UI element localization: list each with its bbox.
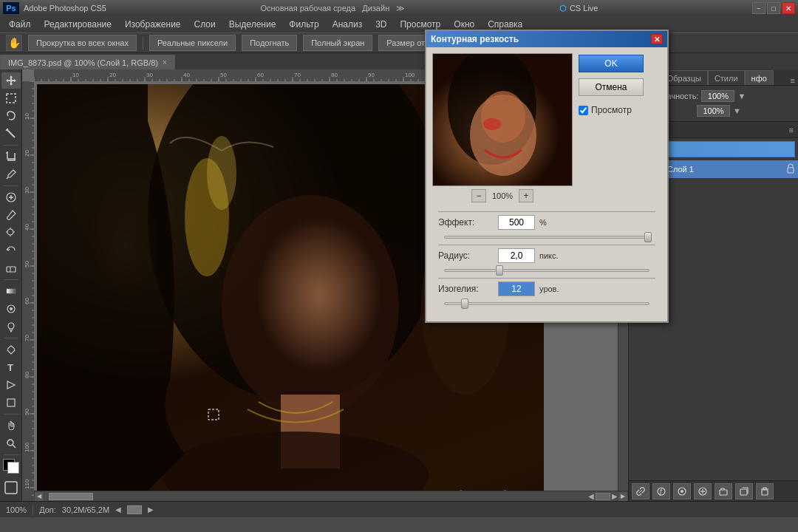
scroll-right-btn[interactable]: ▶ <box>618 491 628 502</box>
close-button[interactable]: ✕ <box>782 2 795 14</box>
separator1 <box>438 211 655 212</box>
cs-live[interactable]: ⬡ CS Live <box>559 4 598 13</box>
fit-btn[interactable]: Подогнать <box>242 35 297 51</box>
zoom-out-btn[interactable]: − <box>471 189 486 202</box>
layers-menu-btn[interactable]: ≡ <box>789 126 794 134</box>
group-layers-btn[interactable] <box>715 483 732 499</box>
cancel-button[interactable]: Отмена <box>579 78 644 96</box>
threshold-row: Изогелия: 12 уров. <box>438 282 655 296</box>
info-tab[interactable]: нфо <box>745 70 774 85</box>
menu-select[interactable]: Выделение <box>223 18 282 31</box>
add-mask-btn[interactable] <box>673 483 691 499</box>
svg-rect-24 <box>5 482 17 494</box>
dialog-preview[interactable] <box>432 53 573 186</box>
hand-tool[interactable] <box>1 417 21 434</box>
fill-value[interactable]: 100% <box>697 105 730 117</box>
actual-pixels-btn[interactable]: Реальные пиксели <box>149 35 236 51</box>
adjustment-layer-btn[interactable] <box>694 483 712 499</box>
panel-collapse-btn[interactable]: ≡ <box>791 76 795 85</box>
pen-tool[interactable] <box>1 341 21 358</box>
effect-slider-thumb[interactable] <box>644 232 652 242</box>
styles-tab[interactable]: Стили <box>708 70 745 85</box>
history-brush-tool[interactable] <box>1 242 21 259</box>
eyedropper-tool[interactable] <box>1 166 21 183</box>
opacity-dropdown-icon[interactable]: ▼ <box>737 92 792 100</box>
status-sep-1 <box>33 505 33 515</box>
dodge-tool[interactable] <box>1 318 21 335</box>
radius-slider-thumb[interactable] <box>496 265 503 276</box>
new-layer-btn[interactable] <box>735 483 753 499</box>
svg-rect-49 <box>762 490 768 495</box>
magic-wand-tool[interactable] <box>1 126 21 142</box>
link-layers-btn[interactable] <box>632 483 649 499</box>
tab-item[interactable]: IMG_8873.psd @ 100% (Слой 1, RGB/8) × <box>0 55 175 69</box>
add-style-btn[interactable]: ƒ <box>652 483 670 499</box>
crop-tool[interactable] <box>1 149 21 165</box>
brush-tool[interactable] <box>1 207 21 223</box>
scroll-nav-right-btn[interactable]: ▶ <box>612 492 618 500</box>
preview-checkbox-row[interactable]: Просмотр <box>579 105 644 115</box>
svg-line-5 <box>7 177 8 179</box>
dialog-close-button[interactable]: ✕ <box>651 34 663 44</box>
horizontal-scrollbar[interactable]: ◀ ◀ ▶ ▶ <box>34 491 628 501</box>
tool-icon[interactable]: ✋ <box>6 35 22 51</box>
radius-value[interactable]: 2,0 <box>498 248 535 263</box>
scroll-thumb-h[interactable] <box>49 493 93 500</box>
dialog-preview-svg <box>433 54 573 186</box>
type-tool[interactable]: T <box>1 359 21 375</box>
zoom-tool[interactable] <box>1 435 21 451</box>
lasso-tool[interactable] <box>1 108 21 124</box>
preview-checkbox[interactable] <box>579 106 588 115</box>
title-bar-controls[interactable]: − □ ✕ <box>752 2 795 14</box>
menu-analysis[interactable]: Анализ <box>327 18 369 31</box>
scroll-left-btn[interactable]: ◀ <box>34 491 44 502</box>
svg-rect-14 <box>7 267 16 272</box>
scroll-all-windows-btn[interactable]: Прокрутка во всех окнах <box>28 35 137 51</box>
zoom-in-btn[interactable]: + <box>519 189 533 202</box>
menu-filter[interactable]: Фильтр <box>283 18 324 31</box>
healing-tool[interactable] <box>1 189 21 205</box>
screen-mode-btn[interactable] <box>3 480 19 498</box>
svg-rect-38 <box>788 168 794 173</box>
move-tool[interactable] <box>1 72 21 89</box>
tool-separator-3 <box>4 279 18 280</box>
menu-image[interactable]: Изображение <box>119 18 187 31</box>
path-select-tool[interactable] <box>1 377 21 393</box>
gradient-tool[interactable] <box>1 283 21 299</box>
threshold-value[interactable]: 12 <box>498 282 535 296</box>
nav-indicator[interactable] <box>127 505 142 514</box>
svg-point-31 <box>207 136 236 210</box>
eraser-tool[interactable] <box>1 260 21 276</box>
opacity-value[interactable]: 100% <box>701 90 734 102</box>
next-nav-btn[interactable]: ▶ <box>148 505 154 514</box>
svg-point-54 <box>481 91 525 143</box>
maximize-button[interactable]: □ <box>767 2 780 14</box>
effect-value[interactable]: 500 <box>498 215 535 230</box>
prev-nav-btn[interactable]: ◀ <box>115 505 121 514</box>
blur-tool[interactable] <box>1 301 21 317</box>
ok-button[interactable]: OK <box>579 55 644 72</box>
menu-3d[interactable]: 3D <box>369 18 392 31</box>
marquee-tool[interactable] <box>1 90 21 106</box>
fill-dropdown-icon[interactable]: ▼ <box>733 106 792 115</box>
fullscreen-btn[interactable]: Полный экран <box>303 35 372 51</box>
status-bar: 100% Доп: 30,2М/65,2М ◀ ▶ <box>0 501 798 517</box>
shape-tool[interactable] <box>1 395 21 411</box>
svg-line-1 <box>8 131 15 137</box>
svg-point-55 <box>483 118 501 130</box>
svg-point-9 <box>7 229 13 235</box>
menu-layers[interactable]: Слои <box>188 18 222 31</box>
tab-close-button[interactable]: × <box>163 58 167 66</box>
color-swatches[interactable] <box>1 457 21 475</box>
separator1 <box>143 36 143 50</box>
delete-layer-btn[interactable] <box>756 483 774 499</box>
menu-edit[interactable]: Редактирование <box>38 18 117 31</box>
menu-file[interactable]: Файл <box>3 18 37 31</box>
clone-tool[interactable] <box>1 225 21 241</box>
scroll-nav-btn[interactable]: ◀ <box>588 492 594 500</box>
workspace-switcher[interactable]: Основная рабочая среда Дизайн ≫ <box>260 4 405 13</box>
threshold-slider-thumb[interactable] <box>461 299 468 309</box>
minimize-button[interactable]: − <box>752 2 765 14</box>
svg-rect-0 <box>7 94 16 103</box>
svg-rect-21 <box>7 399 15 406</box>
